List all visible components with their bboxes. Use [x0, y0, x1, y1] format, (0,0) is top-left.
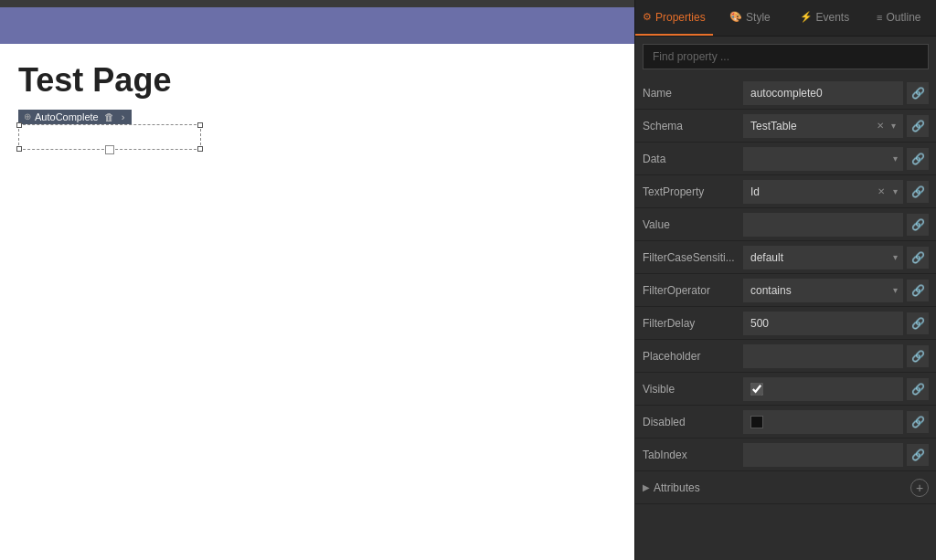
panel-tabs: ⚙ Properties 🎨 Style ⚡ Events ≡ Outline [635, 0, 936, 37]
prop-row-data: Data ▾ 🔗 [635, 143, 936, 175]
prop-value-schema: TestTable ✕ ▾ 🔗 [743, 114, 929, 138]
tab-events-label: Events [816, 11, 850, 24]
right-panel: ⚙ Properties 🎨 Style ⚡ Events ≡ Outline … [634, 0, 936, 560]
canvas-content: Test Page ⊕ AutoComplete 🗑 › [0, 44, 634, 560]
tab-events[interactable]: ⚡ Events [787, 0, 861, 36]
prop-value-filterdelay: 🔗 [743, 312, 929, 335]
header-banner [0, 7, 634, 44]
tab-properties[interactable]: ⚙ Properties [635, 0, 713, 36]
prop-row-schema: Schema TestTable ✕ ▾ 🔗 [635, 110, 936, 143]
data-select[interactable] [743, 147, 903, 171]
link-icon-disabled[interactable]: 🔗 [907, 411, 929, 433]
link-icon-filteroperator[interactable]: 🔗 [907, 280, 929, 301]
handle-tl [16, 122, 22, 128]
tab-style-label: Style [746, 11, 771, 24]
visible-checkbox-area [743, 377, 903, 401]
link-icon-value[interactable]: 🔗 [907, 214, 929, 236]
prop-input-placeholder[interactable] [743, 344, 903, 368]
prop-row-textproperty: TextProperty Id ✕ ▾ 🔗 [635, 175, 936, 208]
schema-clear-icon[interactable]: ✕ [877, 121, 884, 131]
link-icon-schema[interactable]: 🔗 [907, 115, 929, 137]
prop-label-schema: Schema [643, 120, 743, 132]
handle-br [197, 146, 203, 152]
prop-value-placeholder: 🔗 [743, 344, 929, 368]
filtercasesensiti-select-wrapper: default sensitive insensitive ▾ [743, 246, 903, 269]
prop-input-value[interactable] [743, 213, 903, 237]
filteroperator-select-wrapper: contains startsWith endsWith ▾ [743, 279, 903, 302]
prop-label-placeholder: Placeholder [643, 350, 743, 363]
link-icon-textproperty[interactable]: 🔗 [907, 181, 929, 203]
schema-value: TestTable [750, 120, 797, 132]
tab-outline[interactable]: ≡ Outline [862, 0, 936, 36]
textproperty-select[interactable]: Id [743, 180, 903, 204]
prop-row-placeholder: Placeholder 🔗 [635, 340, 936, 373]
prop-row-name: Name 🔗 [635, 77, 936, 110]
component-label-bar[interactable]: ⊕ AutoComplete 🗑 › [18, 110, 132, 124]
link-icon-visible[interactable]: 🔗 [907, 378, 929, 400]
prop-input-tabindex[interactable] [743, 443, 903, 467]
prop-label-filtercasesensiti: FilterCaseSensiti... [643, 251, 743, 264]
handle-tr [197, 122, 203, 128]
page-title: Test Page [18, 62, 616, 99]
find-property-bar [635, 37, 936, 77]
expand-icon[interactable]: ▶ [643, 482, 650, 492]
move-icon: ⊕ [24, 111, 31, 122]
prop-row-filterdelay: FilterDelay 🔗 [635, 307, 936, 340]
link-icon-filtercasesensiti[interactable]: 🔗 [907, 247, 929, 269]
schema-chevron-icon[interactable]: ▾ [891, 121, 896, 131]
disabled-checkbox[interactable] [750, 416, 763, 428]
prop-label-filterdelay: FilterDelay [643, 317, 743, 330]
link-icon-data[interactable]: 🔗 [907, 148, 929, 170]
prop-value-data: ▾ 🔗 [743, 147, 929, 171]
handle-bl [16, 146, 22, 152]
prop-value-filtercasesensiti: default sensitive insensitive ▾ 🔗 [743, 246, 929, 269]
prop-label-tabindex: TabIndex [643, 449, 743, 461]
outline-icon: ≡ [877, 12, 882, 23]
disabled-checkbox-area [743, 410, 903, 434]
attributes-row: ▶ Attributes + [635, 471, 936, 504]
attributes-label: Attributes [654, 481, 700, 494]
link-icon-name[interactable]: 🔗 [907, 82, 929, 104]
prop-label-disabled: Disabled [643, 416, 743, 428]
prop-label-visible: Visible [643, 383, 743, 396]
link-icon-tabindex[interactable]: 🔗 [907, 444, 929, 466]
tab-properties-label: Properties [655, 11, 706, 24]
textproperty-select-wrapper: Id ✕ ▾ [743, 180, 903, 204]
filteroperator-select[interactable]: contains startsWith endsWith [743, 279, 903, 302]
filtercasesensiti-select[interactable]: default sensitive insensitive [743, 246, 903, 269]
prop-input-filterdelay[interactable] [743, 312, 903, 335]
events-icon: ⚡ [800, 11, 813, 23]
prop-value-visible: 🔗 [743, 377, 929, 401]
prop-value-textproperty: Id ✕ ▾ 🔗 [743, 180, 929, 204]
autocomplete-input-box[interactable] [18, 124, 201, 150]
prop-input-name[interactable] [743, 81, 903, 105]
navigate-icon[interactable]: › [120, 111, 127, 122]
prop-row-filteroperator: FilterOperator contains startsWith endsW… [635, 274, 936, 307]
prop-label-textproperty: TextProperty [643, 185, 743, 198]
properties-icon: ⚙ [643, 11, 652, 23]
style-icon: 🎨 [729, 11, 742, 23]
delete-icon[interactable]: 🗑 [102, 111, 116, 122]
prop-label-name: Name [643, 87, 743, 100]
prop-row-filtercasesensiti: FilterCaseSensiti... default sensitive i… [635, 241, 936, 274]
properties-list: Name 🔗 Schema TestTable ✕ ▾ 🔗 [635, 77, 936, 560]
add-attribute-button[interactable]: + [910, 479, 929, 497]
link-icon-filterdelay[interactable]: 🔗 [907, 312, 929, 334]
prop-value-filteroperator: contains startsWith endsWith ▾ 🔗 [743, 279, 929, 302]
tab-style[interactable]: 🎨 Style [713, 0, 787, 36]
prop-value-name: 🔗 [743, 81, 929, 105]
prop-row-value: Value 🔗 [635, 208, 936, 241]
prop-value-disabled: 🔗 [743, 410, 929, 434]
component-wrapper[interactable]: ⊕ AutoComplete 🗑 › [18, 110, 201, 150]
link-icon-placeholder[interactable]: 🔗 [907, 345, 929, 367]
prop-row-tabindex: TabIndex 🔗 [635, 438, 936, 471]
find-property-input[interactable] [643, 44, 929, 69]
prop-value-tabindex: 🔗 [743, 443, 929, 467]
component-label: AutoComplete [35, 111, 99, 122]
canvas-area: Test Page ⊕ AutoComplete 🗑 › [0, 0, 634, 560]
prop-label-data: Data [643, 153, 743, 165]
prop-row-visible: Visible 🔗 [635, 373, 936, 406]
schema-tag[interactable]: TestTable ✕ ▾ [743, 114, 903, 138]
visible-checkbox[interactable] [750, 383, 763, 396]
tab-outline-label: Outline [886, 11, 920, 24]
